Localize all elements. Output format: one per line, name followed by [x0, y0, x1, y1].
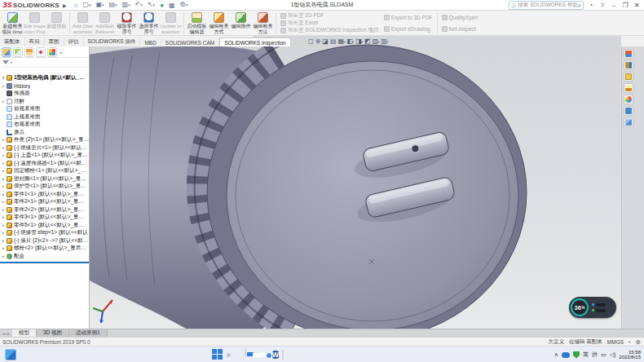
featuremanager-tab[interactable]	[2, 47, 11, 57]
widget-toggle-1[interactable]	[592, 303, 606, 307]
tray-chevron-icon[interactable]: ∧	[554, 351, 558, 358]
tree-item-right-plane[interactable]: ▸右视基准面	[0, 121, 89, 129]
units-selector[interactable]: MMGS	[607, 339, 624, 345]
panel-splitter[interactable]	[0, 262, 89, 263]
print-icon[interactable]: ▥▾	[120, 0, 133, 11]
zoom-overlay-widget[interactable]: 36%	[569, 297, 616, 318]
taskbar-icon-wps-word[interactable]: W	[272, 349, 280, 360]
apply-scene-icon[interactable]: ▨▾	[373, 37, 380, 47]
tree-item-component[interactable]: ▸密封圈<1> (默认<<默认>_显示状	[0, 175, 89, 183]
minimize-button[interactable]: –	[608, 0, 620, 11]
search-input[interactable]: ◎ 搜索 SOLIDWORKS 帮助 ⌕	[509, 1, 584, 10]
tab-3d-views[interactable]: 3D 视图	[37, 329, 69, 337]
tab-solidworks-inspection[interactable]: SOLIDWORKS Inspection	[219, 38, 291, 46]
annotation-view-icon[interactable]: ▤	[330, 37, 337, 46]
ime-language-indicator[interactable]: 英	[583, 351, 589, 359]
menu-flyout-arrow-icon[interactable]: ▶	[63, 2, 67, 8]
clock[interactable]: 15:58 2022/8/15	[619, 350, 641, 360]
taskbar-icon-search[interactable]: ⌕	[227, 349, 232, 360]
tree-item-component[interactable]: ▸(-) 上盖<1> (默认<<默认>_显示状	[0, 152, 89, 160]
dimxpertmanager-tab[interactable]	[36, 47, 46, 57]
new-document-icon[interactable]: ▢▾	[80, 0, 93, 11]
forum-tab[interactable]	[624, 117, 633, 127]
tab-addins[interactable]: SOLIDWORKS 插件	[84, 37, 141, 46]
ime-pinyin-indicator[interactable]: 拼	[592, 351, 598, 359]
tree-item-component[interactable]: ▸固定螺栓<1> (默认<<默认>_显示	[0, 167, 89, 175]
select-cursor-icon[interactable]: ↖▾	[145, 0, 157, 11]
restore-button[interactable]: ❐	[620, 0, 631, 11]
rebuild-icon[interactable]: ●	[157, 0, 166, 11]
tree-item-front-plane[interactable]: ▸前视基准面	[0, 105, 89, 113]
close-button[interactable]: ✕	[631, 0, 642, 11]
search-icon[interactable]: ⌕	[578, 2, 581, 10]
launch-template-editor-button[interactable]: 启动模板编辑器	[186, 11, 208, 35]
tree-item-component[interactable]: ▸外壳 (2)<1> (默认<<默认>_显示状	[0, 136, 89, 144]
propertymanager-tab[interactable]	[13, 47, 23, 57]
taskbar-icon-mail[interactable]	[245, 349, 246, 360]
tree-item-top-plane[interactable]: ▸上视基准面	[0, 113, 89, 121]
help-button[interactable]: ?	[597, 0, 608, 11]
new-inspection-project-button[interactable]: 新建检查项目 (imp:M)	[2, 11, 24, 35]
tree-item-component[interactable]: ▸(-) 绝缘管.step<1> (默认<<默认	[0, 229, 89, 237]
tree-item-sensors[interactable]: ▸传感器	[0, 90, 89, 98]
volume-icon[interactable]: ◁)	[610, 351, 616, 358]
globe-icon[interactable]: ⊕	[635, 338, 641, 346]
home-icon[interactable]: ⌂	[72, 0, 81, 11]
view-orientation-icon[interactable]: ▦▾	[337, 37, 345, 47]
file-properties-icon[interactable]: ▦	[166, 0, 178, 11]
filter-funnel-icon[interactable]	[2, 60, 9, 64]
tab-scroll-arrows[interactable]: «‹›»	[0, 329, 12, 337]
save-icon[interactable]: ▤▾	[107, 0, 120, 11]
tree-item-component[interactable]: ▸(-) 温度传感器<1> (默认<<默认>_	[0, 160, 89, 168]
file-explorer-tab[interactable]	[624, 72, 633, 82]
login-user-icon[interactable]: ◔	[585, 0, 597, 11]
tab-model[interactable]: 模型	[12, 329, 37, 337]
zoom-fit-icon[interactable]: ◻	[308, 37, 314, 46]
tab-solidworks-cam[interactable]: SOLIDWORKS CAM	[161, 38, 219, 46]
taskbar-icon-solidworks[interactable]	[282, 349, 284, 360]
tab-mbd[interactable]: MBD	[140, 38, 161, 46]
graphics-viewport[interactable]: ◻ ⊕ ◪ ▤ ▦▾ ◧▾ ◨▾ ◩ ▨▾ ▥▾ 36%	[90, 36, 621, 329]
display-style-icon[interactable]: ◧▾	[346, 37, 354, 47]
tree-item-component[interactable]: ▸(-) 接片 (2)<2> ->? (默认<<默认>_	[0, 237, 89, 245]
units-caret-icon[interactable]: ▾	[629, 340, 630, 344]
tree-item-history[interactable]: ▸History	[0, 82, 89, 90]
tab-sketch[interactable]: 草图	[45, 37, 64, 46]
options-gear-icon[interactable]: ⚙▾	[178, 0, 191, 11]
tab-evaluate[interactable]: 评估	[64, 37, 84, 46]
tree-item-component[interactable]: ▸(-) 绝缘垫片<1> (默认<<默认>_显	[0, 144, 89, 152]
security-shield-icon[interactable]	[573, 351, 580, 359]
edit-operations-button[interactable]: 编辑操作	[230, 11, 252, 35]
tree-item-component[interactable]: ▸零件5<1> (默认<<默认>_显示状	[0, 222, 89, 230]
edit-appearance-icon[interactable]: ◩	[364, 37, 371, 46]
select-balloons-button[interactable]: 选择零件序号	[138, 11, 160, 35]
tab-layout[interactable]: 布局	[25, 37, 45, 46]
tab-motion-study[interactable]: 运动算例1	[69, 329, 108, 337]
tree-item-component[interactable]: ▸保护管<1> (默认<<默认>_显示状	[0, 183, 89, 191]
taskbar-widget-icon[interactable]	[5, 349, 16, 360]
edit-inspection-method-button[interactable]: 编辑检查方法	[252, 11, 274, 35]
zoom-area-icon[interactable]: ⊕	[315, 37, 321, 46]
custom-properties-tab[interactable]	[624, 106, 633, 116]
open-document-icon[interactable]: ▣▾	[93, 0, 106, 11]
displaymanager-tab[interactable]	[47, 47, 57, 57]
remove-balloons-button[interactable]: 移除零件序号	[116, 11, 138, 35]
manager-tabs-overflow-icon[interactable]: »	[60, 50, 62, 55]
tree-root[interactable]: ▾ 1型铠装热电偶 (默认<默认_显示状态-1>	[0, 74, 89, 82]
tree-item-origin[interactable]: ▸原点	[0, 129, 89, 137]
solidworks-resources-tab[interactable]	[624, 49, 633, 59]
tree-item-component[interactable]: ▸零件2<1> (默认<<默认>_显示状	[0, 198, 89, 206]
display-icon[interactable]: ▭	[601, 351, 607, 358]
configurationmanager-tab[interactable]	[24, 47, 34, 57]
design-library-tab[interactable]	[624, 60, 633, 70]
undo-icon[interactable]: ↶▾	[133, 0, 145, 11]
filter-caret-icon[interactable]: ▾	[11, 60, 12, 64]
tree-item-component[interactable]: ▸零件3<1> (默认<<默认>_显示状	[0, 214, 89, 222]
appearances-scenes-tab[interactable]	[624, 95, 633, 104]
edit-inspection-methods-button[interactable]: 编辑检查方式	[208, 11, 230, 35]
onedrive-icon[interactable]	[562, 352, 570, 358]
view-palette-tab[interactable]	[624, 83, 633, 93]
tree-item-mates[interactable]: ▸配合	[0, 253, 89, 261]
tab-assembly[interactable]: 装配体	[0, 37, 25, 46]
widget-toggle-2[interactable]	[592, 309, 606, 312]
